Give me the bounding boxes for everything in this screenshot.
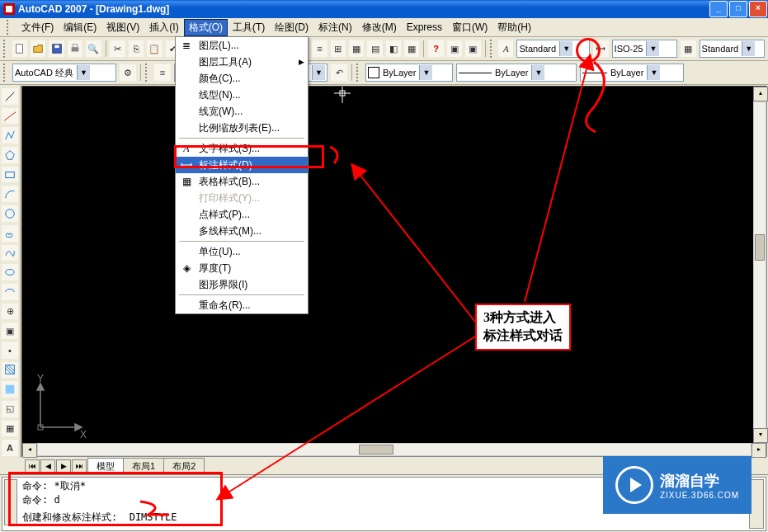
- grip-icon: [7, 20, 13, 35]
- rectangle-icon[interactable]: [1, 166, 19, 184]
- color-combo[interactable]: ByLayer▼: [365, 64, 453, 82]
- toolbar-properties: AutoCAD 经典▼ ⚙ ≡ ☀☀🔓▭ ▼ ↶ ByLayer▼ ByLaye…: [0, 61, 768, 85]
- linetype-combo[interactable]: ByLayer▼: [456, 64, 577, 82]
- polygon-icon[interactable]: [1, 146, 19, 164]
- design-center-icon[interactable]: ⊞: [330, 40, 346, 58]
- menu-item-mline-style[interactable]: 多线样式(M)...: [176, 223, 308, 239]
- tab-last-icon[interactable]: ⏭: [72, 459, 87, 474]
- svg-rect-3: [72, 47, 79, 51]
- menu-item-lineweight[interactable]: 线宽(W)...: [176, 103, 308, 120]
- new-icon[interactable]: [12, 40, 28, 58]
- circle-icon[interactable]: [1, 205, 19, 223]
- titlebar: AutoCAD 2007 - [Drawing1.dwg] _ □ ×: [0, 0, 768, 18]
- arc-icon[interactable]: [1, 185, 19, 203]
- tab-layout1[interactable]: 布局1: [123, 458, 164, 474]
- tab-layout2[interactable]: 布局2: [163, 458, 205, 474]
- hatch-icon[interactable]: [1, 361, 19, 379]
- menu-item-units[interactable]: 单位(U)...: [176, 243, 308, 260]
- svg-rect-8: [6, 172, 15, 177]
- calc-icon[interactable]: ▦: [403, 40, 420, 58]
- menu-draw[interactable]: 绘图(D): [270, 19, 313, 36]
- dim-style-button-icon[interactable]: [592, 40, 609, 58]
- svg-line-5: [6, 92, 15, 101]
- drawing-area[interactable]: Y X ▴ ▾ ◂ ▸: [21, 86, 767, 457]
- menu-format[interactable]: 格式(O): [184, 19, 228, 36]
- menu-item-dim-style[interactable]: 标注样式(D)...: [176, 157, 308, 173]
- block-icon[interactable]: ▣: [446, 40, 463, 58]
- workspace-settings-icon[interactable]: ⚙: [119, 64, 137, 82]
- tab-model[interactable]: 模型: [87, 458, 124, 474]
- plot-preview-icon[interactable]: 🔍: [85, 40, 101, 58]
- make-block-icon[interactable]: ▣: [1, 322, 19, 340]
- revcloud-icon[interactable]: [1, 224, 19, 242]
- tool-palette-icon[interactable]: ▦: [348, 40, 365, 58]
- menu-insert[interactable]: 插入(I): [144, 19, 183, 36]
- menu-item-linetype[interactable]: 线型(N)...: [176, 87, 308, 103]
- insert-block-icon[interactable]: ⊕: [1, 303, 19, 321]
- menu-item-color[interactable]: 颜色(C)...: [176, 70, 308, 87]
- minimize-button[interactable]: _: [709, 1, 728, 17]
- gradient-icon[interactable]: [1, 380, 19, 398]
- help-icon[interactable]: ?: [427, 40, 444, 58]
- dim-style-combo[interactable]: ISO-25▼: [612, 40, 678, 58]
- spline-icon[interactable]: [1, 244, 19, 262]
- draw-toolbar: ⊕ ▣ • ◱ ▦ A: [0, 85, 21, 458]
- menu-item-text-style[interactable]: A文字样式(S)...: [176, 140, 308, 157]
- menu-view[interactable]: 视图(V): [101, 19, 144, 36]
- menu-item-layer-tools[interactable]: 图层工具(A)▶: [176, 54, 308, 70]
- menu-item-limits[interactable]: 图形界限(I): [176, 276, 308, 293]
- paste-icon[interactable]: 📋: [146, 40, 163, 58]
- ellipse-icon[interactable]: [1, 263, 19, 281]
- tab-next-icon[interactable]: ▶: [56, 459, 71, 474]
- copy-icon[interactable]: ⎘: [128, 40, 144, 58]
- horizontal-scrollbar[interactable]: ◂ ▸: [22, 443, 766, 456]
- maximize-button[interactable]: □: [729, 1, 747, 17]
- menu-item-rename[interactable]: 重命名(R)...: [176, 297, 308, 313]
- menu-edit[interactable]: 编辑(E): [59, 19, 101, 36]
- line-icon[interactable]: [1, 87, 19, 106]
- print-icon[interactable]: [67, 40, 83, 58]
- svg-rect-4: [73, 45, 77, 48]
- menu-modify[interactable]: 修改(M): [357, 19, 402, 36]
- open-icon[interactable]: [30, 40, 46, 58]
- properties-icon[interactable]: ≡: [311, 40, 327, 58]
- menu-item-point-style[interactable]: 点样式(P)...: [176, 206, 308, 223]
- menu-help[interactable]: 帮助(H): [492, 19, 536, 36]
- cut-icon[interactable]: ✂: [109, 40, 125, 58]
- menu-item-scale-list[interactable]: 比例缩放列表(E)...: [176, 120, 308, 136]
- close-button[interactable]: ×: [749, 1, 767, 17]
- menu-item-thickness[interactable]: ◈厚度(T): [176, 260, 308, 276]
- tab-prev-icon[interactable]: ◀: [40, 459, 55, 474]
- table-icon[interactable]: ▦: [1, 420, 19, 438]
- mtext-icon[interactable]: A: [1, 439, 19, 457]
- lineweight-combo[interactable]: ByLayer▼: [580, 64, 684, 82]
- tab-first-icon[interactable]: ⏮: [25, 459, 40, 474]
- menu-window[interactable]: 窗口(W): [447, 19, 492, 36]
- menu-express[interactable]: Express: [402, 20, 447, 35]
- pline-icon[interactable]: [1, 126, 19, 144]
- point-icon[interactable]: •: [1, 341, 19, 360]
- save-icon[interactable]: [48, 40, 64, 58]
- menu-dimension[interactable]: 标注(N): [313, 19, 357, 36]
- text-style-combo[interactable]: Standard▼: [516, 40, 590, 58]
- layer-prev-icon[interactable]: ↶: [330, 64, 348, 82]
- text-style-button-icon[interactable]: A: [497, 40, 514, 58]
- vertical-scrollbar[interactable]: ▴ ▾: [753, 87, 766, 443]
- grip-icon: [356, 64, 362, 82]
- ellipse-arc-icon[interactable]: [1, 283, 19, 301]
- layer-props-icon[interactable]: ≡: [153, 64, 172, 82]
- menu-file[interactable]: 文件(F): [16, 19, 59, 36]
- table-style-button-icon[interactable]: ▦: [680, 40, 696, 58]
- layer-icon: ≣: [179, 39, 194, 52]
- menu-tools[interactable]: 工具(T): [228, 19, 270, 36]
- region-icon[interactable]: ◱: [1, 400, 19, 418]
- xline-icon[interactable]: [1, 107, 19, 125]
- block-edit-icon[interactable]: ▣: [464, 40, 481, 58]
- menu-item-layer[interactable]: ≣图层(L)...: [176, 37, 308, 54]
- sheet-set-icon[interactable]: ▤: [366, 40, 383, 58]
- workspace-combo[interactable]: AutoCAD 经典▼: [12, 64, 116, 82]
- menu-item-table-style[interactable]: ▦表格样式(B)...: [176, 173, 308, 190]
- markup-icon[interactable]: ◧: [385, 40, 402, 58]
- cmd-grip-icon[interactable]: [4, 479, 17, 525]
- table-style-combo[interactable]: Standard▼: [700, 40, 766, 58]
